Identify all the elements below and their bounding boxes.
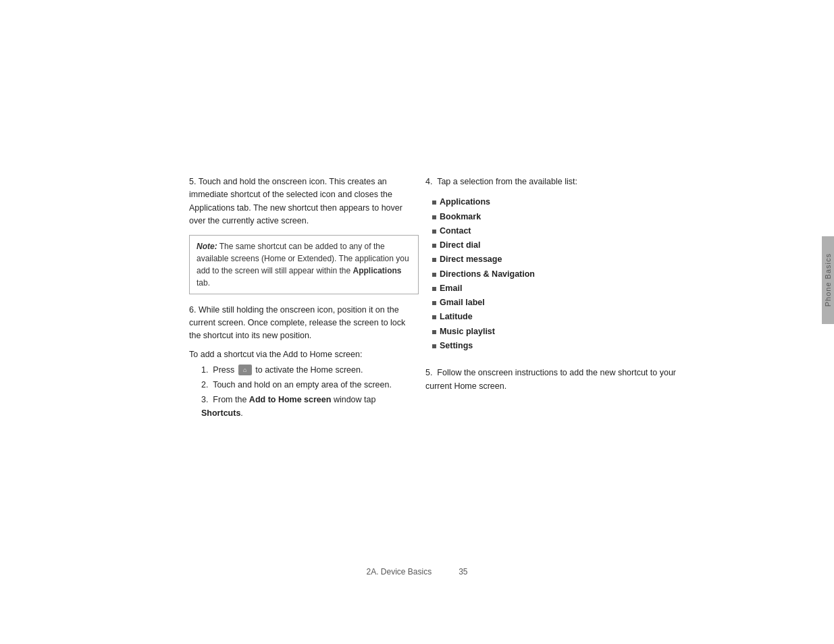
sub-step-2: 2. Touch and hold on an empty area of th… — [201, 378, 419, 392]
bullet-square — [432, 287, 436, 291]
bullet-square — [432, 315, 436, 319]
footer-chapter: 2A. Device Basics — [366, 567, 432, 576]
bullet-label: Direct dial — [440, 238, 480, 252]
music-playlist-label: Music playlist — [440, 325, 495, 339]
bullet-label: Latitude — [440, 310, 473, 324]
bullet-item-directions: Directions & Navigation — [432, 267, 682, 281]
page-footer: 2A. Device Basics 35 — [0, 567, 834, 576]
right-column: 4. Tap a selection from the available li… — [425, 176, 682, 393]
bullet-label: Direct message — [440, 252, 502, 267]
left-column: 5. Touch and hold the onscreen icon. Thi… — [189, 176, 419, 427]
bullet-item-latitude: Latitude — [432, 310, 682, 324]
bullet-item-email: Email — [432, 281, 682, 296]
step-4-intro: 4. Tap a selection from the available li… — [425, 176, 682, 188]
bullet-item-gmail: Gmail label — [432, 296, 682, 310]
note-text: The same shortcut can be added to any of… — [197, 242, 409, 288]
step-6-number: 6. — [189, 305, 196, 315]
bullet-item-contact: Contact — [432, 224, 682, 238]
bullet-item-applications: Applications — [432, 195, 682, 209]
bullet-label: Directions & Navigation — [440, 267, 535, 281]
bullet-square — [432, 344, 436, 348]
add-shortcut-intro: To add a shortcut via the Add to Home sc… — [189, 350, 419, 359]
bullet-item-settings: Settings — [432, 339, 682, 353]
step-5: 5. Touch and hold the onscreen icon. Thi… — [189, 176, 419, 228]
bullet-item-music-playlist: Music playlist — [432, 325, 682, 339]
sub-step-1: 1. Press ⌂ to activate the Home screen. — [201, 363, 419, 377]
note-box: Note: The same shortcut can be added to … — [189, 235, 419, 294]
home-button-icon: ⌂ — [238, 365, 252, 375]
sub-steps: 1. Press ⌂ to activate the Home screen. … — [201, 363, 419, 420]
note-bold: Applications — [353, 266, 401, 275]
bullet-label: Email — [440, 281, 462, 296]
bullet-label: Bookmark — [440, 210, 481, 224]
sub-step-3: 3. From the Add to Home screen window ta… — [201, 393, 419, 420]
sidebar-label: Phone Basics — [822, 236, 834, 324]
bullet-item-direct-message: Direct message — [432, 252, 682, 267]
step-5-number: 5. — [189, 177, 196, 186]
bullet-square — [432, 215, 436, 219]
step-5-text: Touch and hold the onscreen icon. This c… — [189, 177, 402, 225]
sidebar-text: Phone Basics — [824, 253, 832, 306]
bullet-square — [432, 330, 436, 334]
bullet-square — [432, 200, 436, 205]
bullet-label: Settings — [440, 339, 473, 353]
bullet-item-direct-dial: Direct dial — [432, 238, 682, 252]
sub-step-3-bold2: Shortcuts — [201, 408, 240, 418]
bullet-square — [432, 244, 436, 248]
bullet-square — [432, 258, 436, 262]
step-6: 6. While still holding the onscreen icon… — [189, 304, 419, 343]
bullet-square — [432, 301, 436, 305]
bullet-square — [432, 273, 436, 277]
bullet-label: Gmail label — [440, 296, 485, 310]
step-4-text: 4. Tap a selection from the available li… — [425, 176, 682, 358]
bullet-label: Contact — [440, 224, 471, 238]
step-6-text: While still holding the onscreen icon, p… — [189, 305, 405, 341]
bullet-square — [432, 230, 436, 234]
step-4-container: 4. Tap a selection from the available li… — [425, 176, 682, 358]
step-5-right: 5. Follow the onscreen instructions to a… — [425, 367, 682, 393]
note-label: Note: — [197, 242, 217, 251]
bullet-item-bookmark: Bookmark — [432, 210, 682, 224]
sub-step-3-bold1: Add to Home screen — [249, 395, 332, 404]
bullet-label: Applications — [440, 195, 490, 209]
footer-page-number: 35 — [459, 567, 467, 576]
bullet-list: Applications Bookmark Contact Direct dia… — [432, 195, 682, 353]
